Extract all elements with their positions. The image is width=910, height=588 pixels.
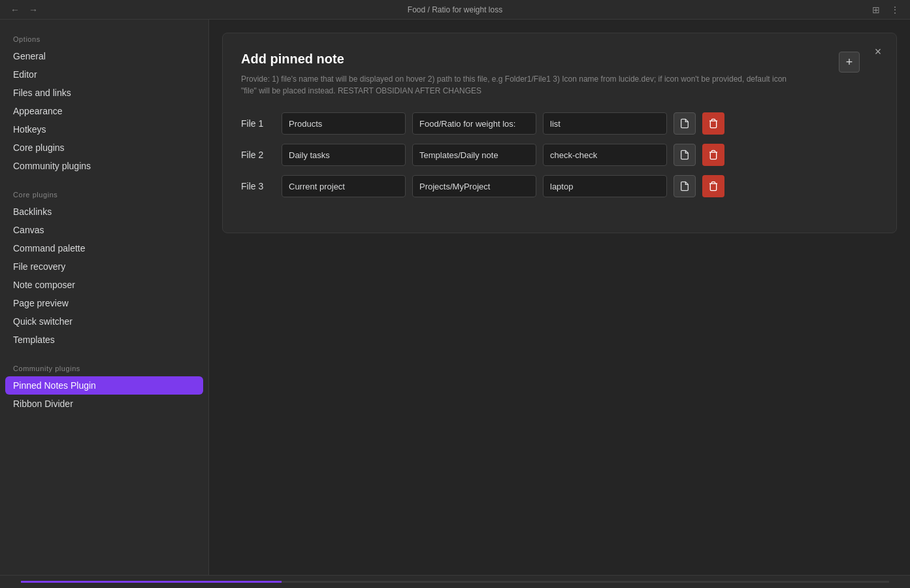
file-3-name-input[interactable] xyxy=(282,175,406,197)
file-3-delete-button[interactable] xyxy=(702,175,724,197)
sidebar-item-backlinks[interactable]: Backlinks xyxy=(0,203,208,221)
sidebar-item-files-links[interactable]: Files and links xyxy=(0,84,208,102)
sidebar-item-quick-switcher[interactable]: Quick switcher xyxy=(0,312,208,331)
file-1-icon-input[interactable] xyxy=(543,112,667,135)
file-2-icon-button[interactable] xyxy=(674,144,696,166)
file-3-icon-input[interactable] xyxy=(543,175,667,197)
bottom-bar xyxy=(0,575,910,588)
sidebar-item-page-preview[interactable]: Page preview xyxy=(0,294,208,312)
content-area: × + Add pinned note Provide: 1) file's n… xyxy=(209,20,910,575)
file-row-1: File 1 xyxy=(241,112,878,135)
sidebar-item-appearance[interactable]: Appearance xyxy=(0,102,208,120)
file-3-path-input[interactable] xyxy=(412,175,536,197)
modal-close-button[interactable]: × xyxy=(869,42,887,61)
modal-title: Add pinned note xyxy=(241,52,878,67)
file-icon xyxy=(679,118,690,129)
modal-description: Provide: 1) file's name that will be dis… xyxy=(241,73,803,97)
sidebar-item-general[interactable]: General xyxy=(0,47,208,65)
sidebar-item-command-palette[interactable]: Command palette xyxy=(0,239,208,257)
breadcrumb: Food / Ratio for weight loss xyxy=(46,5,864,14)
sidebar-item-templates[interactable]: Templates xyxy=(0,331,208,349)
core-plugins-section-label: Core plugins xyxy=(0,186,208,203)
sidebar-item-canvas[interactable]: Canvas xyxy=(0,221,208,239)
main-layout: Options General Editor Files and links A… xyxy=(0,20,910,575)
file-2-path-input[interactable] xyxy=(412,144,536,166)
file-2-delete-button[interactable] xyxy=(702,144,724,166)
sidebar-item-note-composer[interactable]: Note composer xyxy=(0,276,208,294)
file-1-delete-button[interactable] xyxy=(702,112,724,135)
sidebar-item-editor[interactable]: Editor xyxy=(0,65,208,84)
file-2-icon-input[interactable] xyxy=(543,144,667,166)
nav-controls: ← → xyxy=(8,3,41,16)
trash-icon xyxy=(708,181,719,191)
file-1-label: File 1 xyxy=(241,118,275,129)
progress-bar-container xyxy=(21,581,889,583)
modal-panel: × + Add pinned note Provide: 1) file's n… xyxy=(222,33,897,233)
sidebar-item-pinned-notes[interactable]: Pinned Notes Plugin xyxy=(5,376,203,395)
sidebar: Options General Editor Files and links A… xyxy=(0,20,209,575)
file-icon xyxy=(679,181,690,191)
file-row-3: File 3 xyxy=(241,175,878,197)
file-1-path-input[interactable] xyxy=(412,112,536,135)
file-1-icon-button[interactable] xyxy=(674,112,696,135)
progress-bar-fill xyxy=(21,581,282,583)
trash-icon xyxy=(708,118,719,129)
file-3-label: File 3 xyxy=(241,181,275,191)
file-2-name-input[interactable] xyxy=(282,144,406,166)
sidebar-item-file-recovery[interactable]: File recovery xyxy=(0,257,208,276)
sidebar-item-community-plugins[interactable]: Community plugins xyxy=(0,157,208,175)
trash-icon xyxy=(708,150,719,160)
options-section-label: Options xyxy=(0,30,208,47)
nav-back-button[interactable]: ← xyxy=(8,3,22,16)
file-3-icon-button[interactable] xyxy=(674,175,696,197)
more-options-button[interactable]: ⋮ xyxy=(888,3,902,16)
grid-view-button[interactable]: ⊞ xyxy=(869,3,883,16)
file-1-name-input[interactable] xyxy=(282,112,406,135)
community-plugins-section-label: Community plugins xyxy=(0,359,208,376)
file-2-label: File 2 xyxy=(241,150,275,160)
file-row-2: File 2 xyxy=(241,144,878,166)
top-bar-actions: ⊞ ⋮ xyxy=(869,3,902,16)
add-file-button[interactable]: + xyxy=(839,52,860,73)
sidebar-item-core-plugins[interactable]: Core plugins xyxy=(0,139,208,157)
top-bar: ← → Food / Ratio for weight loss ⊞ ⋮ xyxy=(0,0,910,20)
nav-forward-button[interactable]: → xyxy=(26,3,41,16)
sidebar-item-hotkeys[interactable]: Hotkeys xyxy=(0,120,208,139)
sidebar-item-ribbon-divider[interactable]: Ribbon Divider xyxy=(0,395,208,413)
file-icon xyxy=(679,150,690,160)
